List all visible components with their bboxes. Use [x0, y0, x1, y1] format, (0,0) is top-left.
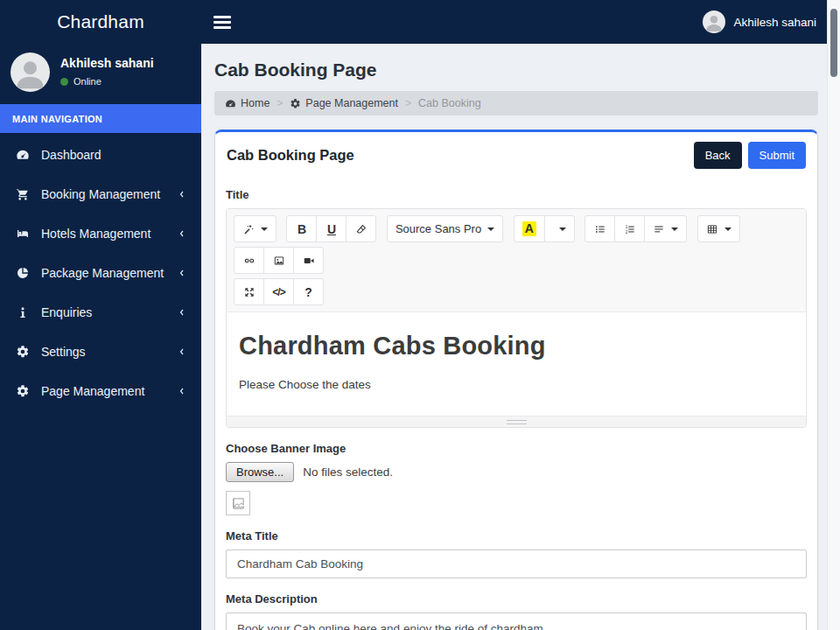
sidebar-menu: Dashboard Booking Management Hotels Mana…: [0, 133, 201, 410]
insert-link-button[interactable]: [234, 247, 264, 274]
meta-description-textarea[interactable]: Book your Cab online here and enjoy the …: [226, 612, 807, 630]
eraser-icon: [355, 223, 368, 235]
unordered-list-icon: [594, 223, 606, 235]
gear-icon: [290, 98, 301, 109]
clear-formatting-button[interactable]: [346, 215, 376, 242]
card-body: Title B U: [215, 178, 817, 630]
bed-icon: [14, 227, 32, 241]
sidebar-item-package-management[interactable]: Package Management: [0, 253, 201, 292]
sidebar: Chardham Akhilesh sahani Online MAIN NAV…: [0, 0, 201, 630]
insert-video-button[interactable]: [293, 247, 324, 274]
caret-down-icon: [671, 228, 678, 231]
editor-content-area[interactable]: Chardham Cabs Booking Please Choose the …: [227, 312, 806, 416]
chevron-left-icon: [177, 228, 187, 239]
card-title: Cab Booking Page: [227, 147, 354, 164]
no-file-text: No files selected.: [303, 466, 393, 479]
submit-button[interactable]: Submit: [748, 142, 806, 169]
table-icon: [706, 223, 718, 235]
sidebar-user-name: Akhilesh sahani: [60, 56, 154, 70]
bold-button[interactable]: B: [286, 215, 317, 242]
fullscreen-button[interactable]: [234, 278, 264, 305]
tachometer-icon: [225, 98, 236, 109]
rich-text-editor: B U Source Sans Pro A: [226, 208, 807, 428]
sidebar-user-panel: Akhilesh sahani Online: [0, 44, 201, 104]
breadcrumb-current: Cab Booking: [418, 97, 481, 109]
top-navbar: Akhilesh sahani: [201, 0, 827, 44]
chevron-left-icon: [177, 346, 187, 357]
banner-image-label: Choose Banner Image: [226, 442, 807, 455]
sidebar-item-label: Settings: [41, 345, 86, 359]
sidebar-item-settings[interactable]: Settings: [0, 332, 201, 371]
gear-icon: [14, 384, 32, 398]
caret-down-icon: [261, 228, 268, 231]
sidebar-item-label: Enquiries: [41, 305, 92, 319]
vertical-scrollbar[interactable]: [827, 0, 840, 630]
align-left-icon: [653, 223, 665, 235]
resize-grip-icon: [507, 420, 527, 424]
magic-wand-icon: [242, 223, 255, 235]
browse-file-button[interactable]: Browse...: [226, 462, 294, 482]
sidebar-item-hotels-management[interactable]: Hotels Management: [0, 214, 201, 253]
navbar-user-menu[interactable]: Akhilesh sahani: [703, 10, 816, 33]
ordered-list-icon: 12: [624, 223, 636, 235]
unordered-list-button[interactable]: [584, 215, 615, 242]
fullscreen-arrows-icon: [243, 286, 256, 298]
meta-title-label: Meta Title: [226, 529, 807, 542]
font-family-dropdown[interactable]: Source Sans Pro: [387, 215, 503, 242]
user-avatar: [703, 10, 725, 33]
gear-icon: [14, 345, 32, 359]
breadcrumb-separator: >: [405, 97, 411, 109]
tachometer-icon: [14, 148, 32, 162]
meta-title-input[interactable]: [226, 550, 807, 578]
editor-resize-bar[interactable]: [227, 416, 806, 427]
link-icon: [243, 255, 256, 267]
ordered-list-button[interactable]: 12: [614, 215, 645, 242]
table-dropdown[interactable]: [697, 215, 740, 242]
online-status-text: Online: [74, 76, 102, 87]
breadcrumb-separator: >: [276, 97, 283, 109]
broken-image-icon: [231, 496, 246, 511]
font-color-dropdown[interactable]: [544, 215, 575, 242]
brand-logo[interactable]: Chardham: [0, 0, 201, 44]
editor-toolbar: B U Source Sans Pro A: [227, 209, 806, 312]
breadcrumb-page-management[interactable]: Page Management: [290, 97, 398, 109]
sidebar-item-label: Package Management: [41, 266, 164, 280]
pie-chart-icon: [14, 266, 32, 280]
sidebar-item-dashboard[interactable]: Dashboard: [0, 135, 201, 174]
sidebar-item-page-management[interactable]: Page Management: [0, 371, 201, 410]
picture-icon: [273, 255, 285, 267]
cab-booking-card: Cab Booking Page Back Submit Title: [214, 130, 818, 630]
page-title: Cab Booking Page: [214, 60, 818, 80]
chevron-left-icon: [177, 386, 187, 396]
underline-button[interactable]: U: [316, 215, 346, 242]
sidebar-item-label: Dashboard: [41, 148, 102, 162]
color-swatch: A: [522, 221, 536, 236]
chevron-left-icon: [177, 189, 187, 200]
breadcrumb: Home > Page Management > Cab Booking: [214, 91, 818, 116]
sidebar-item-label: Booking Management: [41, 187, 160, 201]
breadcrumb-home[interactable]: Home: [225, 97, 270, 109]
sidebar-item-enquiries[interactable]: Enquiries: [0, 292, 201, 332]
banner-image-preview: [226, 491, 250, 515]
style-dropdown-button[interactable]: [234, 215, 276, 242]
sidebar-item-label: Hotels Management: [41, 227, 150, 241]
cart-icon: [14, 187, 32, 201]
brand-text: Chardham: [57, 11, 144, 32]
navbar-user-name: Akhilesh sahani: [733, 16, 816, 29]
title-label: Title: [226, 188, 807, 201]
help-button[interactable]: ?: [293, 278, 324, 305]
chevron-left-icon: [177, 268, 187, 278]
video-icon: [303, 255, 315, 267]
paragraph-align-dropdown[interactable]: [644, 215, 687, 242]
info-icon: [14, 305, 32, 319]
code-view-button[interactable]: </>: [263, 278, 294, 305]
caret-down-icon: [724, 228, 732, 231]
font-color-button[interactable]: A: [514, 215, 545, 242]
insert-picture-button[interactable]: [263, 247, 294, 274]
hamburger-menu-icon[interactable]: [214, 13, 231, 32]
sidebar-item-booking-management[interactable]: Booking Management: [0, 174, 201, 214]
scrollbar-thumb[interactable]: [830, 9, 837, 77]
back-button[interactable]: Back: [694, 142, 742, 169]
user-avatar: [10, 52, 50, 92]
card-header: Cab Booking Page Back Submit: [215, 132, 817, 178]
